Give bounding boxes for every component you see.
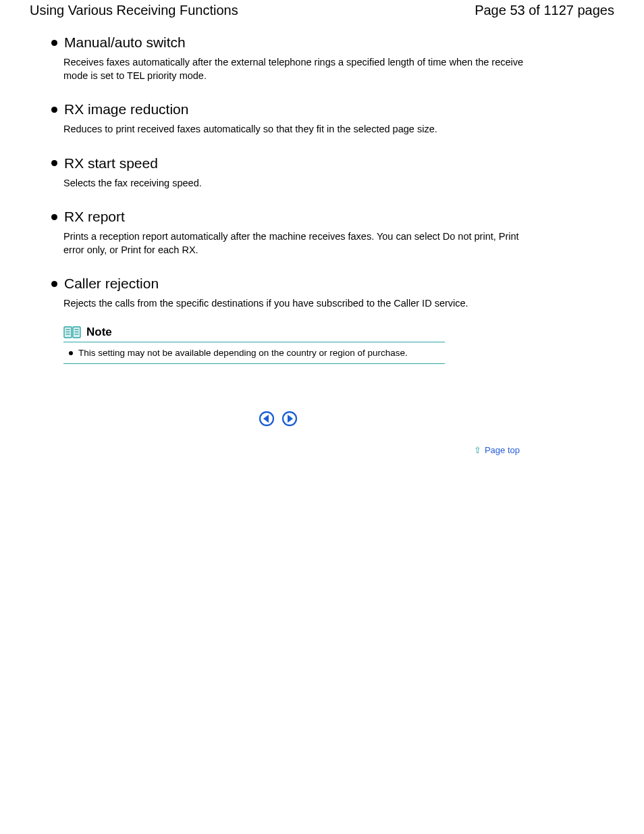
section-body: Selects the fax receiving speed.	[63, 177, 529, 190]
page-title: Using Various Receiving Functions	[30, 3, 238, 18]
section-title: Caller rejection	[64, 276, 159, 292]
section-title: RX report	[64, 209, 125, 225]
section-caller-rejection: Caller rejection Rejects the calls from …	[51, 276, 614, 364]
bullet-icon	[51, 160, 57, 166]
section-rx-image-reduction: RX image reduction Reduces to print rece…	[51, 101, 614, 136]
note-text: This setting may not be available depend…	[78, 348, 408, 358]
section-rx-report: RX report Prints a reception report auto…	[51, 209, 614, 257]
section-rx-start-speed: RX start speed Selects the fax receiving…	[51, 155, 614, 190]
section-title: RX start speed	[64, 155, 158, 172]
section-title: Manual/auto switch	[64, 34, 186, 51]
section-title: RX image reduction	[64, 101, 188, 118]
section-body: Reduces to print received faxes automati…	[63, 123, 529, 136]
svg-marker-9	[263, 415, 269, 423]
svg-marker-11	[288, 415, 293, 423]
page-top-link[interactable]: ⇧ Page top	[474, 445, 520, 455]
bullet-icon	[51, 281, 57, 287]
bullet-icon	[51, 214, 57, 220]
note-box: Note This setting may not be available d…	[63, 325, 445, 364]
bullet-icon	[69, 351, 73, 355]
header-row: Using Various Receiving Functions Page 5…	[30, 3, 614, 18]
page-top-label: Page top	[485, 445, 520, 455]
page-nav	[0, 411, 614, 426]
section-body: Receives faxes automatically after the e…	[63, 56, 529, 82]
page-indicator: Page 53 of 1127 pages	[475, 3, 614, 18]
bullet-icon	[51, 107, 57, 113]
book-open-icon	[63, 326, 81, 338]
arrow-up-icon: ⇧	[474, 446, 481, 454]
prev-page-button[interactable]	[259, 411, 274, 426]
note-label: Note	[86, 325, 112, 339]
bullet-icon	[51, 40, 57, 46]
section-body: Rejects the calls from the specific dest…	[63, 297, 529, 311]
section-manual-auto-switch: Manual/auto switch Receives faxes automa…	[51, 34, 614, 82]
next-page-button[interactable]	[282, 411, 297, 426]
section-body: Prints a reception report automatically …	[63, 230, 529, 257]
